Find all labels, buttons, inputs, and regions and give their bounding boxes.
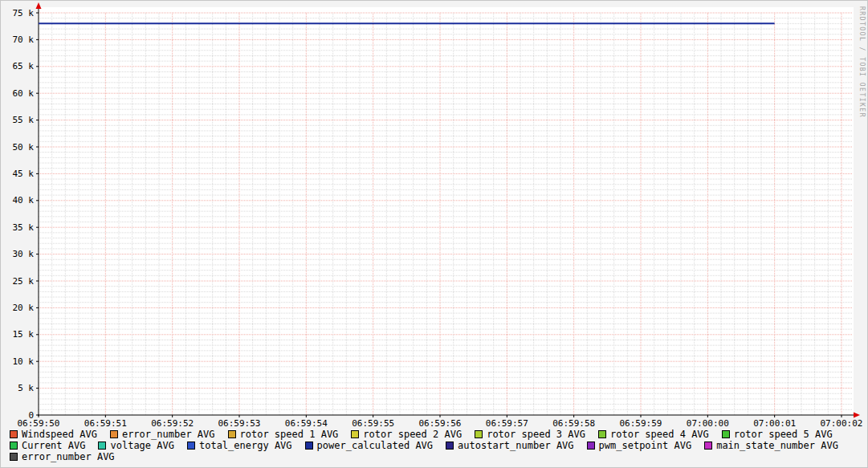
legend-swatch-icon — [446, 442, 454, 450]
x-tick-label: 06:59:56 — [419, 418, 462, 429]
y-tick-label: 20 k — [13, 303, 35, 313]
legend-swatch-icon — [10, 442, 18, 450]
legend-item: voltage AVG — [98, 440, 173, 451]
x-tick-label: 06:59:52 — [151, 418, 194, 429]
y-tick-label: 5 k — [18, 383, 34, 393]
y-tick-label: 60 k — [13, 88, 35, 99]
y-tick-label: 70 k — [13, 35, 35, 45]
legend-label: rotor speed 1 AVG — [240, 429, 339, 440]
legend-swatch-icon — [704, 442, 712, 450]
y-axis-arrow — [36, 2, 42, 9]
legend-item: error_number AVG — [10, 451, 115, 462]
legend-swatch-icon — [10, 430, 18, 438]
legend-label: error_number AVG — [122, 429, 215, 440]
legend-swatch-icon — [598, 430, 606, 438]
legend-item: autostart_number AVG — [446, 440, 574, 451]
legend-item: pwm_setpoint AVG — [587, 440, 692, 451]
chart-canvas: 06:59:5006:59:5106:59:5206:59:5306:59:54… — [1, 1, 868, 468]
x-tick-label: 06:59:55 — [352, 418, 394, 429]
legend-label: rotor speed 5 AVG — [734, 429, 833, 440]
legend-label: Current AVG — [22, 440, 85, 451]
legend-label: main_state_number AVG — [716, 440, 838, 451]
legend-row: Current AVGvoltage AVGtotal_energy AVGpo… — [10, 440, 861, 451]
y-tick-label: 50 k — [13, 142, 35, 153]
legend-label: voltage AVG — [110, 440, 173, 451]
legend-swatch-icon — [351, 430, 359, 438]
legend-label: rotor speed 3 AVG — [487, 429, 585, 440]
legend-swatch-icon — [10, 453, 18, 461]
legend-item: main_state_number AVG — [704, 440, 838, 451]
x-tick-label: 06:59:53 — [218, 418, 261, 429]
legend-item: error_number AVG — [110, 429, 215, 440]
legend-item: rotor speed 1 AVG — [228, 429, 339, 440]
y-tick-label: 25 k — [13, 276, 35, 287]
legend: Windspeed AVGerror_number AVGrotor speed… — [10, 429, 861, 462]
legend-label: total_energy AVG — [199, 440, 292, 451]
x-tick-label: 06:59:58 — [552, 418, 595, 429]
x-tick-label: 06:59:54 — [285, 418, 328, 429]
y-tick-label: 10 k — [13, 356, 35, 367]
watermark: RRDTOOL / TOBI OETIKER — [858, 6, 866, 118]
legend-swatch-icon — [187, 442, 195, 450]
x-tick-label: 06:59:57 — [486, 418, 528, 429]
y-tick-label: 35 k — [13, 222, 35, 233]
legend-row: Windspeed AVGerror_number AVGrotor speed… — [10, 429, 861, 440]
y-tick-label: 30 k — [13, 249, 35, 259]
y-tick-label: 55 k — [13, 115, 35, 125]
y-tick-label: 15 k — [13, 329, 35, 340]
x-tick-label: 06:59:59 — [620, 418, 662, 429]
x-tick-label: 06:59:51 — [84, 418, 127, 429]
legend-label: power_calculated AVG — [317, 440, 434, 451]
legend-row: error_number AVG — [10, 451, 861, 462]
legend-item: power_calculated AVG — [305, 440, 434, 451]
rrd-graph: 06:59:5006:59:5106:59:5206:59:5306:59:54… — [0, 0, 868, 468]
legend-item: Current AVG — [10, 440, 85, 451]
legend-label: rotor speed 4 AVG — [610, 429, 709, 440]
legend-swatch-icon — [475, 430, 483, 438]
legend-swatch-icon — [722, 430, 730, 438]
legend-swatch-icon — [110, 430, 118, 438]
legend-label: error_number AVG — [22, 451, 115, 462]
legend-swatch-icon — [305, 442, 313, 450]
legend-label: Windspeed AVG — [22, 429, 97, 440]
y-tick-label: 45 k — [13, 169, 35, 179]
legend-item: rotor speed 5 AVG — [722, 429, 833, 440]
x-tick-label: 06:59:50 — [18, 418, 60, 429]
x-axis-arrow — [854, 413, 860, 418]
y-tick-label: 40 k — [13, 195, 35, 206]
y-tick-label: 65 k — [13, 61, 35, 71]
legend-item: rotor speed 3 AVG — [475, 429, 585, 440]
legend-swatch-icon — [587, 442, 595, 450]
legend-item: Windspeed AVG — [10, 429, 97, 440]
y-tick-label: 0 — [28, 410, 34, 421]
legend-item: rotor speed 2 AVG — [351, 429, 462, 440]
legend-label: pwm_setpoint AVG — [599, 440, 692, 451]
legend-swatch-icon — [228, 430, 236, 438]
legend-item: rotor speed 4 AVG — [598, 429, 709, 440]
x-tick-label: 07:00:00 — [687, 418, 729, 429]
legend-swatch-icon — [98, 442, 106, 450]
x-tick-label: 07:00:02 — [821, 418, 863, 429]
legend-item: total_energy AVG — [187, 440, 292, 451]
y-tick-label: 75 k — [13, 8, 35, 18]
legend-label: autostart_number AVG — [458, 440, 574, 451]
legend-label: rotor speed 2 AVG — [363, 429, 462, 440]
x-tick-label: 07:00:01 — [753, 418, 796, 429]
